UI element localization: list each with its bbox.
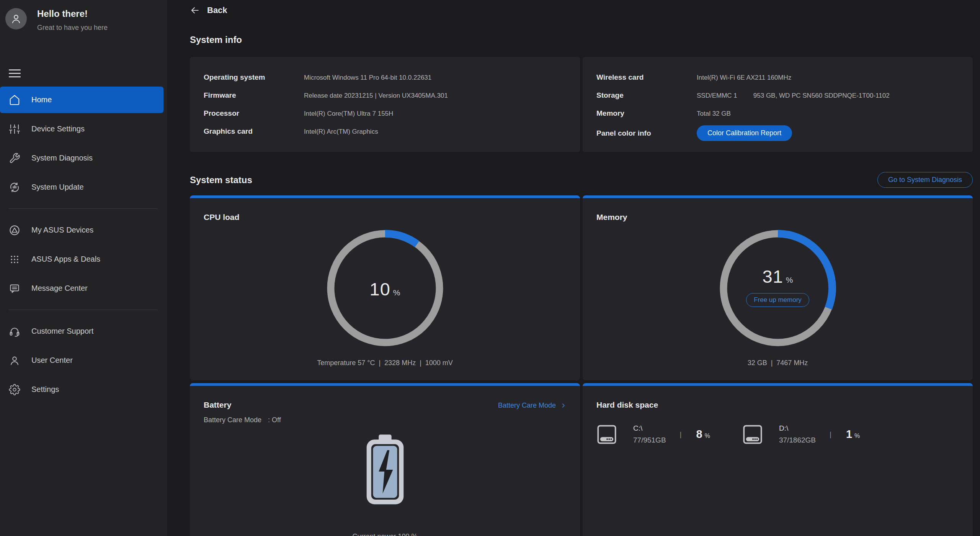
storage-value: 953 GB, WD PC SN560 SDDPNQE-1T00-1102 (753, 92, 890, 99)
separator: | (680, 430, 682, 439)
color-calibration-report-button[interactable]: Color Calibration Report (697, 125, 792, 141)
system-info-heading: System info (190, 34, 973, 45)
info-row-wireless-card: Wireless card Intel(R) Wi-Fi 6E AX211 16… (596, 73, 969, 85)
sidebar-item-message-center[interactable]: Message Center (0, 275, 167, 302)
hard-drive-icon (596, 425, 617, 444)
info-row-graphics-card: Graphics card Intel(R) Arc(TM) Graphics (204, 127, 576, 139)
greeting-subtitle: Great to have you here (37, 24, 108, 32)
home-icon (9, 94, 20, 106)
sidebar-item-user-center[interactable]: User Center (0, 347, 167, 374)
battery-charging-icon (365, 434, 405, 506)
sliders-icon (9, 123, 20, 135)
info-value: Intel(R) Arc(TM) Graphics (304, 127, 378, 136)
drive-usage: 77/951GB (633, 436, 666, 444)
sidebar-item-settings[interactable]: Settings (0, 376, 167, 403)
system-status-cards: CPU load 10 % Temperature 57 °C | 2328 M… (190, 195, 973, 536)
info-value: Release date 20231215 | Version UX3405MA… (304, 91, 448, 100)
drive-d: D:\ 37/1862GB | 1 % (742, 424, 860, 444)
headset-icon (9, 326, 20, 337)
greeting-title: Hello there! (37, 8, 108, 19)
person-icon (10, 13, 22, 25)
drive-usage: 37/1862GB (779, 436, 816, 444)
sidebar-divider (9, 310, 158, 310)
sidebar-item-label: Message Center (31, 284, 88, 293)
cpu-donut-gauge: 10 % (326, 229, 444, 349)
sidebar-item-system-diagnosis[interactable]: System Diagnosis (0, 145, 167, 171)
sidebar-item-label: System Update (31, 183, 84, 192)
memory-donut-gauge: 31 % Free up memory (719, 229, 837, 349)
sidebar-item-system-update[interactable]: System Update (0, 174, 167, 200)
battery-care-mode-link[interactable]: Battery Care Mode (498, 387, 566, 410)
sidebar-item-label: Customer Support (31, 327, 93, 336)
user-profile[interactable]: Hello there! Great to have you here (0, 0, 167, 32)
go-to-system-diagnosis-button[interactable]: Go to System Diagnosis (877, 172, 973, 188)
info-value: Intel(R) Wi-Fi 6E AX211 160MHz (697, 73, 791, 82)
sidebar-divider (9, 208, 158, 209)
info-label: Memory (596, 109, 697, 118)
avatar[interactable] (5, 8, 27, 30)
free-up-memory-button[interactable]: Free up memory (746, 293, 809, 307)
hamburger-menu-icon[interactable] (9, 69, 21, 77)
sidebar-item-label: User Center (31, 356, 73, 365)
sidebar-nav: Home Device Settings System Diagnosis (0, 87, 167, 403)
system-info-panel-right: Wireless card Intel(R) Wi-Fi 6E AX211 16… (583, 57, 973, 152)
sidebar-item-customer-support[interactable]: Customer Support (0, 318, 167, 344)
battery-card-title: Battery (204, 386, 231, 410)
hard-drive-icon (742, 425, 763, 444)
info-row-firmware: Firmware Release date 20231215 | Version… (204, 91, 576, 103)
sidebar-item-label: System Diagnosis (31, 154, 93, 162)
drive-list: C:\ 77/951GB | 8 % (596, 424, 959, 444)
info-row-operating-system: Operating system Microsoft Windows 11 Pr… (204, 73, 576, 85)
drive-percent: 8 % (696, 428, 710, 441)
sidebar-item-my-asus-devices[interactable]: My ASUS Devices (0, 217, 167, 243)
info-label: Graphics card (204, 127, 304, 136)
memory-percent: 31 % (763, 266, 793, 287)
hard-disk-card-title: Hard disk space (596, 386, 959, 410)
storage-slot: SSD/EMMC 1 (697, 92, 737, 99)
user-icon (9, 355, 20, 366)
myasus-app-window: Hello there! Great to have you here Home… (0, 0, 980, 536)
drive-percent-number: 1 (846, 428, 852, 441)
info-value: Total 32 GB (697, 109, 731, 118)
drive-percent: 1 % (846, 428, 860, 441)
sidebar-item-label: Settings (31, 385, 59, 394)
sidebar-item-asus-apps-deals[interactable]: ASUS Apps & Deals (0, 246, 167, 272)
drive-name: D:\ (779, 424, 816, 433)
wrench-icon (9, 152, 20, 164)
drive-c: C:\ 77/951GB | 8 % (596, 424, 710, 444)
memory-stats: 32 GB | 7467 MHz (596, 359, 959, 367)
memory-percent-number: 31 (763, 266, 783, 287)
sidebar-item-label: My ASUS Devices (31, 226, 93, 234)
sidebar-item-device-settings[interactable]: Device Settings (0, 116, 167, 142)
info-value: Microsoft Windows 11 Pro 64-bit 10.0.226… (304, 73, 431, 82)
drive-percent-unit: % (705, 433, 710, 439)
cpu-percent-number: 10 (370, 279, 390, 300)
system-status-heading: System status (190, 175, 252, 185)
info-value: Intel(R) Core(TM) Ultra 7 155H (304, 109, 393, 118)
cpu-percent-unit: % (393, 288, 400, 297)
system-info-panels: Operating system Microsoft Windows 11 Pr… (190, 57, 973, 152)
cpu-percent: 10 % (370, 279, 400, 300)
chevron-right-icon (560, 403, 566, 408)
battery-care-mode-label: Battery Care Mode (204, 416, 261, 424)
info-label: Storage (596, 91, 697, 100)
back-button[interactable]: Back (190, 5, 227, 15)
cpu-stats: Temperature 57 °C | 2328 MHz | 1000 mV (204, 359, 566, 367)
battery-care-mode-status: Battery Care Mode: Off (204, 416, 566, 424)
info-label: Operating system (204, 73, 304, 82)
drive-percent-number: 8 (696, 428, 702, 441)
separator: | (830, 430, 831, 439)
dot-grid-icon (9, 254, 20, 265)
memory-card: Memory 31 % Free up memory 32 GB | 7 (583, 195, 973, 380)
memory-percent-unit: % (786, 275, 793, 285)
cpu-card-title: CPU load (204, 198, 566, 222)
message-icon (9, 283, 20, 294)
sidebar-item-home[interactable]: Home (0, 87, 163, 113)
battery-care-mode-value: : Off (268, 416, 281, 424)
system-info-panel-left: Operating system Microsoft Windows 11 Pr… (190, 57, 580, 152)
battery-care-mode-link-label: Battery Care Mode (498, 402, 556, 410)
main-content: Back System info Operating system Micros… (167, 0, 980, 536)
gear-icon (9, 384, 20, 395)
sidebar-item-label: ASUS Apps & Deals (31, 255, 100, 264)
back-label: Back (207, 5, 227, 15)
